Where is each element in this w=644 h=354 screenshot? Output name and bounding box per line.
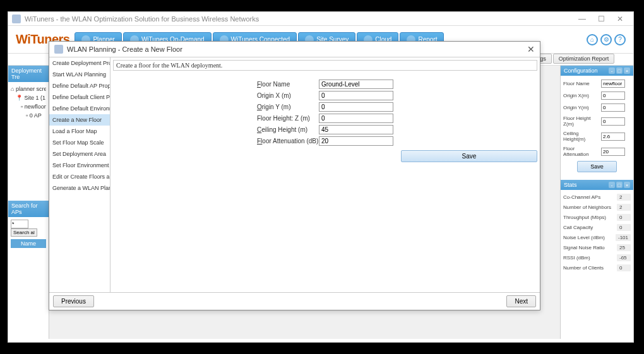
config-save-button[interactable]: Save <box>577 161 617 172</box>
label-floor-attenuation: Floor Attenuation (dB) <box>257 138 319 145</box>
deployment-tree[interactable]: ⌂ planner screens 📍 Site 1 (1 floo ▫ new… <box>8 82 49 122</box>
config-ceiling-height[interactable] <box>601 133 625 141</box>
stats-body: Co-Channel APs2 Number of Neighbors2 Thr… <box>561 190 633 278</box>
modal-titlebar: WLAN Planning - Create a New Floor ✕ <box>49 42 540 57</box>
input-floor-height[interactable] <box>319 114 393 123</box>
titlebar: WiTuners - the WLAN Optimization Solutio… <box>8 12 633 26</box>
step-def-client-props[interactable]: Define Default Client Properties <box>49 91 110 103</box>
input-origin-y[interactable] <box>319 102 393 112</box>
step-create-floor[interactable]: Create a New Floor <box>49 114 110 126</box>
left-column: Deployment Tre ⌂ planner screens 📍 Site … <box>8 66 49 339</box>
window-title: WiTuners - the WLAN Optimization Solutio… <box>25 15 573 23</box>
search-name-header: Name <box>11 239 46 248</box>
minimize-button[interactable]: — <box>573 13 592 25</box>
config-floor-att[interactable] <box>601 148 625 156</box>
modal-title-text: WLAN Planning - Create a New Floor <box>67 45 182 53</box>
modal-close-button[interactable]: ✕ <box>527 44 535 54</box>
step-create-project[interactable]: Create Deployment Project <box>49 57 110 69</box>
config-floor-height[interactable] <box>601 117 625 126</box>
step-edit-floors[interactable]: Edit or Create Floors and Sites <box>49 171 110 182</box>
tree-ap[interactable]: ▫ 0 AP <box>11 111 46 120</box>
input-ceiling-height[interactable] <box>319 125 393 134</box>
help-icon[interactable]: ? <box>614 34 626 45</box>
modal-save-button[interactable]: Save <box>401 150 537 162</box>
stats-close-icon[interactable]: × <box>624 182 630 188</box>
settings-icon[interactable]: ⚙ <box>600 34 612 45</box>
modal-footer: Previous Next <box>49 292 540 310</box>
panel-min-icon[interactable]: - <box>609 68 615 74</box>
config-header: Configuration -□× <box>561 66 633 76</box>
tree-site[interactable]: 📍 Site 1 (1 floo <box>11 93 46 102</box>
wizard-steps: Create Deployment Project Start WLAN Pla… <box>49 57 110 292</box>
search-button[interactable]: Search al <box>11 228 37 237</box>
modal-content: Create a floor for the WLAN deployment. … <box>110 57 540 292</box>
input-origin-x[interactable] <box>319 91 393 100</box>
config-body: Floor Name Origin X(m) Origin Y(m) Floor… <box>561 76 633 180</box>
input-floor-attenuation[interactable] <box>319 136 393 146</box>
tree-root[interactable]: ⌂ planner screens <box>11 85 46 93</box>
step-generate-plan[interactable]: Generate a WLAN Plan <box>49 182 110 194</box>
maximize-button[interactable]: ☐ <box>592 13 611 25</box>
label-origin-x: Origin X (m) <box>257 92 319 99</box>
instruction-text: Create a floor for the WLAN deployment. <box>113 60 537 71</box>
panel-max-icon[interactable]: □ <box>616 68 623 74</box>
step-set-scale[interactable]: Set Floor Map Scale <box>49 137 110 148</box>
stats-min-icon[interactable]: - <box>609 182 615 188</box>
btn-opt-report[interactable]: Optimization Report <box>553 54 615 64</box>
wlan-planning-modal: WLAN Planning - Create a New Floor ✕ Cre… <box>49 41 540 310</box>
label-origin-y: Origin Y (m) <box>257 103 319 110</box>
step-set-floor-env[interactable]: Set Floor Environment <box>49 160 110 171</box>
right-column: Configuration -□× Floor Name Origin X(m)… <box>560 66 633 339</box>
app-icon <box>12 15 21 23</box>
close-button[interactable]: ✕ <box>611 13 629 25</box>
label-floor-height: Floor Height: Z (m) <box>257 115 319 122</box>
label-ceiling-height: Ceiling Height (m) <box>257 126 319 133</box>
stats-header: Stats -□× <box>561 180 633 190</box>
search-header: Search for APs <box>8 201 49 217</box>
floor-form: Floor Name Origin X (m) Origin Y (m) Flo… <box>113 74 537 162</box>
step-def-ap-props[interactable]: Define Default AP Properties <box>49 80 110 91</box>
input-floor-name[interactable] <box>319 80 393 89</box>
config-origin-y[interactable] <box>601 103 625 112</box>
step-set-area[interactable]: Set Deployment Area <box>49 148 110 160</box>
modal-icon <box>54 45 63 54</box>
step-load-map[interactable]: Load a Floor Map <box>49 126 110 137</box>
search-body: Search al Name <box>8 217 49 251</box>
search-input[interactable] <box>11 220 28 228</box>
deployment-tree-header: Deployment Tre <box>8 66 49 82</box>
config-origin-x[interactable] <box>601 91 625 100</box>
stats-max-icon[interactable]: □ <box>616 182 623 188</box>
label-floor-name: Floor Name <box>257 81 319 88</box>
tree-floor[interactable]: ▫ newfloor <box>11 102 46 111</box>
step-def-env[interactable]: Define Default Environment <box>49 103 110 114</box>
config-floor-name[interactable] <box>601 80 625 88</box>
previous-button[interactable]: Previous <box>53 295 94 307</box>
panel-close-icon[interactable]: × <box>624 68 630 74</box>
next-button[interactable]: Next <box>506 295 536 307</box>
step-start-planning[interactable]: Start WLAN Planning <box>49 69 110 80</box>
home-icon[interactable]: ⌂ <box>587 34 598 45</box>
